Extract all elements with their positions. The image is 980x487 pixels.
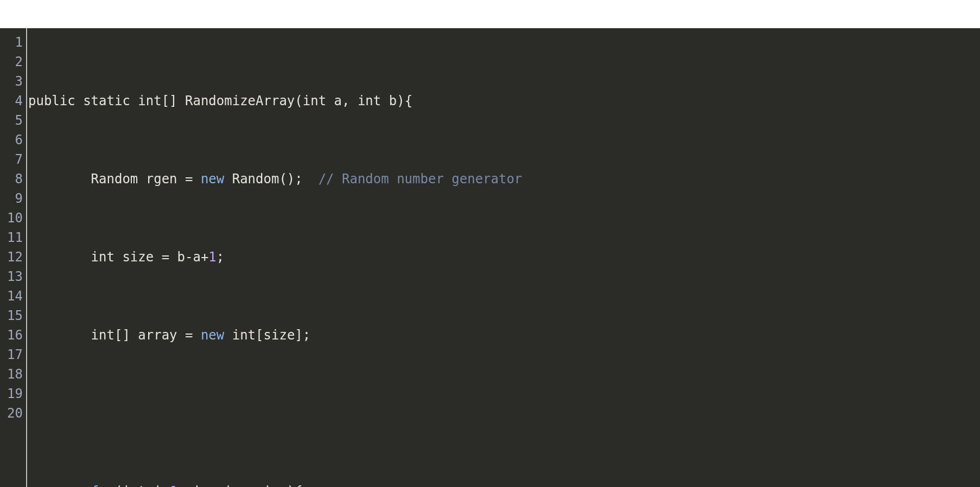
token-indent <box>28 249 91 265</box>
code-line[interactable]: int[] array = new int[size]; <box>28 325 980 345</box>
line-number: 10 <box>3 208 23 228</box>
token-code: [] RandomizeArray( <box>162 93 303 108</box>
line-number-gutter: 1 2 3 4 5 6 7 8 9 10 11 12 13 14 15 16 1… <box>0 28 27 487</box>
code-editor[interactable]: 1 2 3 4 5 6 7 8 9 10 11 12 13 14 15 16 1… <box>0 28 980 487</box>
code-line[interactable] <box>28 403 980 423</box>
token-keyword: new <box>201 328 224 343</box>
token-code: Random rgen = <box>91 171 201 187</box>
token-space <box>224 328 232 343</box>
code-line[interactable]: int size = b-a+1; <box>28 247 980 267</box>
line-number: 8 <box>3 169 23 189</box>
token-code: ; i< size; i++){ <box>177 484 303 487</box>
token-code: a, <box>326 93 358 108</box>
token-number: 0 <box>169 484 177 487</box>
line-number: 20 <box>3 403 23 423</box>
line-number: 13 <box>3 267 23 286</box>
line-number: 15 <box>3 306 23 325</box>
line-number: 5 <box>3 111 23 130</box>
code-line[interactable]: public static int[] RandomizeArray(int a… <box>28 91 980 111</box>
line-number: 2 <box>3 52 23 72</box>
token-type: int <box>91 328 114 343</box>
token-indent <box>28 171 91 187</box>
token-code: b){ <box>381 93 412 108</box>
line-number: 9 <box>3 189 23 208</box>
token-space <box>130 93 138 108</box>
line-number: 6 <box>3 130 23 150</box>
token-code: size = b-a+ <box>114 249 208 265</box>
line-number: 11 <box>3 228 23 247</box>
token-code: [size]; <box>256 328 310 343</box>
token-type: int <box>232 328 256 343</box>
token-number: 1 <box>208 249 216 265</box>
token-indent <box>28 484 91 487</box>
line-number: 1 <box>3 33 23 52</box>
token-type: int <box>303 93 326 108</box>
token-keyword: public <box>28 93 75 108</box>
code-area[interactable]: public static int[] RandomizeArray(int a… <box>27 28 980 487</box>
token-type: int <box>91 249 114 265</box>
token-blank <box>28 406 36 421</box>
token-code: ( <box>114 484 122 487</box>
line-number: 12 <box>3 247 23 267</box>
token-keyword: for <box>91 484 114 487</box>
line-number: 18 <box>3 364 23 384</box>
line-number: 7 <box>3 150 23 169</box>
token-type: int <box>358 93 381 108</box>
code-line[interactable]: Random rgen = new Random(); // Random nu… <box>28 169 980 189</box>
token-code: ; <box>217 249 224 265</box>
line-number: 17 <box>3 345 23 364</box>
token-keyword: new <box>201 171 224 187</box>
token-code: [] array = <box>114 328 201 343</box>
line-number: 19 <box>3 384 23 403</box>
token-comment: // Random number generator <box>319 171 593 187</box>
token-type: int <box>138 93 161 108</box>
code-line[interactable]: for(int i=0; i< size; i++){ <box>28 482 980 487</box>
token-keyword: static <box>83 93 130 108</box>
token-space <box>75 93 83 108</box>
token-code: Random(); <box>224 171 318 187</box>
line-number: 4 <box>3 91 23 111</box>
token-type: int <box>122 484 145 487</box>
line-number: 14 <box>3 286 23 306</box>
line-number: 16 <box>3 325 23 345</box>
token-code: i= <box>146 484 169 487</box>
token-indent <box>28 328 91 343</box>
top-whitespace <box>0 0 980 28</box>
line-number: 3 <box>3 72 23 91</box>
